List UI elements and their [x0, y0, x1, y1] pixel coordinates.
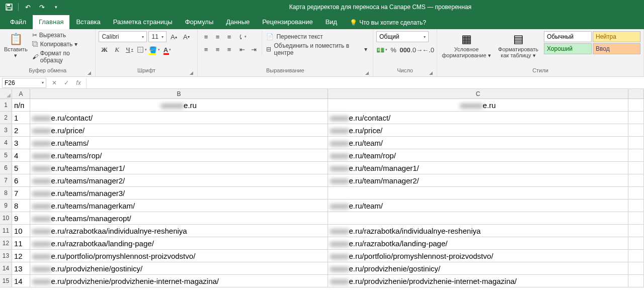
cell[interactable] — [328, 212, 628, 224]
row-header[interactable]: 11 — [0, 225, 12, 237]
cell[interactable]: xxxxxe.ru/razrabotkaa/individualnye-resh… — [30, 225, 328, 237]
tab-file[interactable]: Файл — [4, 15, 32, 29]
dialog-launcher[interactable]: ◢ — [88, 70, 91, 75]
style-good[interactable]: Хороший — [544, 43, 592, 54]
align-bottom-button[interactable]: ≡ — [224, 31, 235, 42]
increase-decimal-button[interactable]: .0→ — [411, 44, 422, 55]
tab-formulas[interactable]: Формулы — [179, 15, 220, 29]
formula-input[interactable] — [86, 78, 644, 88]
fill-color-button[interactable]: 🪣 — [149, 44, 160, 55]
tab-insert[interactable]: Вставка — [70, 15, 106, 29]
col-header-a[interactable]: A — [12, 89, 30, 98]
cell[interactable]: xxxxxe.ru/team/manager2/ — [328, 174, 628, 186]
shrink-font-button[interactable]: A▾ — [181, 31, 192, 42]
cell[interactable]: xxxxxe.ru/team/ — [328, 200, 628, 212]
cell[interactable]: xxxxxe.ru/teams/ — [30, 137, 328, 149]
cell[interactable]: xxxxxe.ru/razrabotka/landing-page/ — [328, 237, 628, 249]
row-header[interactable]: 3 — [0, 124, 12, 136]
cell[interactable] — [628, 212, 644, 224]
cell[interactable]: xxxxxe.ru/razrabotka/individualnye-reshe… — [328, 225, 628, 237]
cell[interactable]: xxxxxe.ru/teams/rop/ — [30, 149, 328, 161]
enter-button[interactable]: ✓ — [61, 78, 72, 88]
undo-button[interactable]: ↶ — [22, 1, 34, 13]
number-format-select[interactable]: Общий▾ — [376, 31, 429, 42]
comma-button[interactable]: 000 — [399, 44, 411, 55]
cell[interactable]: xxxxxe.ru/prodvizhenie/prodvizhenie-inte… — [328, 275, 628, 287]
cell[interactable]: 7 — [12, 187, 30, 199]
bold-button[interactable]: Ж — [99, 44, 110, 55]
cell[interactable]: xxxxxxe.ru — [30, 99, 328, 111]
align-top-button[interactable]: ≡ — [201, 31, 212, 42]
row-header[interactable]: 6 — [0, 162, 12, 174]
cell[interactable]: 2 — [12, 124, 30, 136]
dialog-launcher[interactable]: ◢ — [429, 70, 433, 75]
cell[interactable] — [628, 174, 644, 186]
paste-button[interactable]: 📋 Вставить▾ — [3, 31, 29, 59]
align-center-button[interactable]: ≡ — [212, 44, 223, 55]
percent-button[interactable]: % — [388, 44, 399, 55]
cell[interactable] — [328, 187, 628, 199]
cell[interactable]: xxxxxe.ru/teams/manager1/ — [30, 162, 328, 174]
cell[interactable]: 3 — [12, 137, 30, 149]
grow-font-button[interactable]: A▴ — [168, 31, 179, 42]
italic-button[interactable]: К — [111, 44, 122, 55]
cell[interactable] — [628, 124, 644, 136]
cell[interactable] — [628, 250, 644, 262]
cell[interactable]: xxxxxxe.ru — [328, 99, 628, 111]
cell[interactable]: 4 — [12, 149, 30, 161]
align-middle-button[interactable]: ≡ — [212, 31, 223, 42]
merge-center-button[interactable]: ⊟Объединить и поместить в центре ▾ — [264, 44, 370, 55]
row-header[interactable]: 2 — [0, 112, 12, 124]
cell[interactable] — [628, 99, 644, 111]
cell[interactable] — [628, 149, 644, 161]
row-header[interactable]: 15 — [0, 275, 12, 287]
accounting-format-button[interactable]: 💵 — [376, 44, 387, 55]
cell[interactable]: xxxxxe.ru/price/ — [328, 124, 628, 136]
cell[interactable]: 13 — [12, 262, 30, 274]
cancel-button[interactable]: ✕ — [49, 78, 60, 88]
cell[interactable]: п/п — [12, 99, 30, 111]
cell[interactable] — [628, 275, 644, 287]
row-header[interactable]: 5 — [0, 149, 12, 161]
cell[interactable]: 9 — [12, 212, 30, 224]
format-as-table-button[interactable]: ▤ Форматировать как таблицу ▾ — [495, 31, 542, 59]
cell[interactable] — [628, 262, 644, 274]
conditional-formatting-button[interactable]: ▦ Условное форматирование ▾ — [440, 31, 493, 59]
cell[interactable]: 12 — [12, 250, 30, 262]
increase-indent-button[interactable]: ⇥ — [249, 44, 260, 55]
row-header[interactable]: 14 — [0, 262, 12, 274]
cell[interactable]: 1 — [12, 112, 30, 124]
style-neutral[interactable]: Нейтра — [593, 31, 640, 42]
align-left-button[interactable]: ≡ — [201, 44, 212, 55]
align-right-button[interactable]: ≡ — [224, 44, 235, 55]
cell[interactable]: 5 — [12, 162, 30, 174]
cell[interactable]: xxxxxe.ru/team/ — [328, 137, 628, 149]
tab-review[interactable]: Рецензирование — [256, 15, 318, 29]
row-header[interactable]: 13 — [0, 250, 12, 262]
cell[interactable]: xxxxxe.ru/prodvizhenie/gostinicy/ — [30, 262, 328, 274]
col-header-b[interactable]: B — [30, 89, 328, 98]
underline-button[interactable]: Ч — [124, 44, 135, 55]
cell[interactable]: xxxxxe.ru/portfolio/promyshlennost-proiz… — [328, 250, 628, 262]
cell[interactable] — [628, 200, 644, 212]
row-header[interactable]: 10 — [0, 212, 12, 224]
cell[interactable]: xxxxxe.ru/prodvizhenie/gostinicy/ — [328, 262, 628, 274]
tab-data[interactable]: Данные — [220, 15, 256, 29]
cell[interactable] — [628, 237, 644, 249]
cell[interactable]: 10 — [12, 225, 30, 237]
redo-button[interactable]: ↷ — [36, 1, 48, 13]
cell[interactable] — [628, 137, 644, 149]
cell[interactable]: xxxxxe.ru/prodvizhenie/prodvizhenie-inte… — [30, 275, 328, 287]
cell[interactable]: xxxxxe.ru/price/ — [30, 124, 328, 136]
cell[interactable] — [628, 187, 644, 199]
cell[interactable]: xxxxxe.ru/team/rop/ — [328, 149, 628, 161]
font-color-button[interactable]: A — [162, 44, 173, 55]
name-box[interactable]: F26▾ — [2, 78, 46, 88]
decrease-indent-button[interactable]: ⇤ — [237, 44, 248, 55]
wrap-text-button[interactable]: 📄Перенести текст — [264, 31, 370, 42]
row-header[interactable]: 4 — [0, 137, 12, 149]
cut-button[interactable]: ✂Вырезать — [31, 31, 93, 39]
style-input[interactable]: Ввод — [593, 43, 640, 54]
cell[interactable]: xxxxxe.ru/teams/manager2/ — [30, 174, 328, 186]
cell[interactable]: 8 — [12, 200, 30, 212]
